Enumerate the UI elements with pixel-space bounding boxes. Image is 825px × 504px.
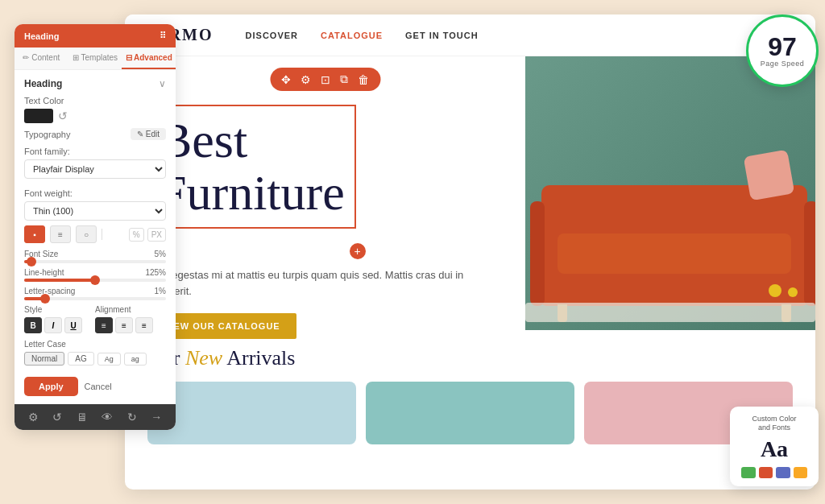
- arrivals-title: Our New Arrivals: [147, 346, 793, 370]
- typography-label: Typography: [24, 130, 70, 139]
- nav-link-discover[interactable]: DISCOVER: [246, 31, 298, 40]
- inline-icon-btn[interactable]: ≡: [50, 225, 71, 243]
- tab-content[interactable]: ✏ Content: [15, 48, 68, 69]
- hero-heading: Best Furniture: [147, 105, 356, 229]
- custom-color-aa: Aa: [741, 436, 807, 462]
- settings-toolbar-icon[interactable]: ⚙: [301, 73, 311, 86]
- align-right-btn[interactable]: ≡: [135, 317, 153, 333]
- speed-badge: 97 Page Speed: [746, 14, 819, 87]
- sofa-cushion: [558, 233, 791, 274]
- heading-section-label: Heading: [24, 78, 62, 89]
- bold-btn[interactable]: B: [24, 317, 42, 333]
- undo-footer-icon[interactable]: ↺: [52, 411, 62, 423]
- nav-links: DISCOVER CATALOGUE GET IN TOUCH: [246, 31, 754, 40]
- pencil-icon: ✏: [23, 53, 29, 62]
- copy-toolbar-icon[interactable]: ⊡: [321, 73, 330, 86]
- color-dot-blue[interactable]: [776, 467, 790, 478]
- font-family-label: Font family:: [24, 147, 166, 156]
- letter-case-uppercase[interactable]: AG: [68, 352, 93, 366]
- line-height-slider-row: Line-height 125%: [24, 268, 166, 282]
- browser-window: FURMO DISCOVER CATALOGUE GET IN TOUCH 🔍 …: [125, 14, 815, 490]
- decorative-balls: [767, 283, 799, 302]
- percent-label[interactable]: %: [129, 228, 144, 242]
- action-row: Apply Cancel: [24, 374, 166, 396]
- color-dot-green[interactable]: [741, 467, 756, 478]
- duplicate-toolbar-icon[interactable]: ⧉: [340, 72, 348, 86]
- font-family-select[interactable]: Playfair Display: [24, 159, 166, 179]
- letter-spacing-label: Letter-spacing: [24, 287, 75, 295]
- align-left-btn[interactable]: ≡: [95, 317, 113, 333]
- settings-footer-icon[interactable]: ⚙: [28, 411, 39, 423]
- desktop-footer-icon[interactable]: 🖥: [77, 411, 88, 423]
- chevron-down-icon[interactable]: ∨: [159, 78, 166, 89]
- align-center-btn[interactable]: ≡: [115, 317, 133, 333]
- color-dot-red[interactable]: [759, 467, 773, 478]
- delete-toolbar-icon[interactable]: 🗑: [358, 73, 369, 86]
- arrivals-cards: [147, 382, 793, 444]
- alignment-section: Alignment ≡ ≡ ≡: [95, 305, 166, 333]
- floor-rug: [525, 303, 815, 322]
- speed-label: Page Speed: [761, 60, 805, 68]
- hero-image-area: [525, 56, 815, 330]
- nav-link-get-in-touch[interactable]: GET IN TOUCH: [405, 31, 479, 40]
- nav-bar: FURMO DISCOVER CATALOGUE GET IN TOUCH 🔍 …: [125, 14, 815, 56]
- font-weight-label: Font weight:: [24, 188, 166, 198]
- alignment-label: Alignment: [95, 305, 166, 314]
- arrivals-section: Our New Arrivals: [125, 330, 815, 452]
- sofa-armrest-right: [804, 201, 815, 306]
- letter-case-lowercase[interactable]: ag: [124, 353, 147, 366]
- panel-body: Heading ∨ Text Color ↺ Typography Edit F…: [15, 70, 176, 404]
- speed-circle: 97 Page Speed: [746, 14, 819, 87]
- move-toolbar-icon[interactable]: ✥: [281, 73, 291, 86]
- templates-icon: ⊞: [73, 53, 79, 62]
- speed-number: 97: [768, 34, 797, 60]
- color-swatch-row: ↺: [24, 109, 166, 123]
- typography-row: Typography Edit: [24, 128, 166, 140]
- advanced-icon: ⊟: [126, 53, 132, 62]
- font-weight-select[interactable]: Thin (100): [24, 201, 166, 221]
- panel-footer: ⚙ ↺ 🖥 👁 ↻ →: [15, 404, 176, 430]
- panel-drag-handle: ⠿: [160, 31, 166, 41]
- letter-spacing-track[interactable]: [24, 297, 166, 300]
- text-color-swatch[interactable]: [24, 109, 53, 123]
- typography-edit-button[interactable]: Edit: [131, 128, 166, 140]
- refresh-icon[interactable]: ↺: [58, 109, 68, 122]
- px-label[interactable]: PX: [147, 228, 166, 242]
- letter-case-normal[interactable]: Normal: [24, 352, 64, 366]
- letter-spacing-value: 1%: [155, 287, 166, 295]
- forward-footer-icon[interactable]: →: [151, 411, 162, 423]
- panel-title: Heading: [24, 31, 59, 41]
- hero-subtext: Eget egestas mi at mattis eu turpis quam…: [147, 267, 470, 299]
- circle-icon-btn[interactable]: ○: [76, 225, 97, 243]
- arrival-card-1: [147, 382, 356, 444]
- sofa-armrest-left: [530, 201, 545, 306]
- letter-case-row: Letter Case Normal AG Ag ag: [24, 340, 166, 366]
- nav-link-catalogue[interactable]: CATALOGUE: [321, 31, 383, 40]
- redo-footer-icon[interactable]: ↻: [127, 411, 137, 423]
- icon-row: ▪ ≡ ○ % PX: [24, 225, 166, 243]
- custom-color-title: Custom Colorand Fonts: [741, 415, 807, 433]
- tab-templates[interactable]: ⊞ Templates: [68, 48, 122, 69]
- letter-spacing-slider-row: Letter-spacing 1%: [24, 287, 166, 300]
- letter-case-capitalize[interactable]: Ag: [97, 353, 121, 366]
- add-block-icon[interactable]: +: [350, 243, 366, 259]
- line-height-track[interactable]: [24, 279, 166, 282]
- apply-button[interactable]: Apply: [24, 377, 78, 396]
- text-color-label: Text Color: [24, 96, 166, 105]
- cancel-button[interactable]: Cancel: [85, 377, 112, 396]
- color-dot-yellow[interactable]: [794, 467, 808, 478]
- panel-header: Heading ⠿: [15, 24, 176, 48]
- hero-section: ✥ ⚙ ⊡ ⧉ 🗑 Best Furniture + Eget egestas …: [125, 56, 815, 330]
- eye-footer-icon[interactable]: 👁: [102, 411, 113, 423]
- editor-panel: Heading ⠿ ✏ Content ⊞ Templates ⊟ Advanc…: [15, 24, 176, 430]
- italic-btn[interactable]: I: [44, 317, 62, 333]
- font-size-track[interactable]: [24, 260, 166, 263]
- style-alignment-row: Style B I U Alignment ≡ ≡ ≡: [24, 305, 166, 333]
- hero-left: ✥ ⚙ ⊡ ⧉ 🗑 Best Furniture + Eget egestas …: [125, 56, 525, 330]
- element-toolbar: ✥ ⚙ ⊡ ⧉ 🗑: [270, 68, 380, 91]
- tab-advanced[interactable]: ⊟ Advanced: [122, 48, 176, 69]
- block-icon-btn[interactable]: ▪: [24, 225, 45, 243]
- line-height-label: Line-height: [24, 268, 64, 277]
- underline-btn[interactable]: U: [64, 317, 82, 333]
- style-label: Style: [24, 305, 95, 314]
